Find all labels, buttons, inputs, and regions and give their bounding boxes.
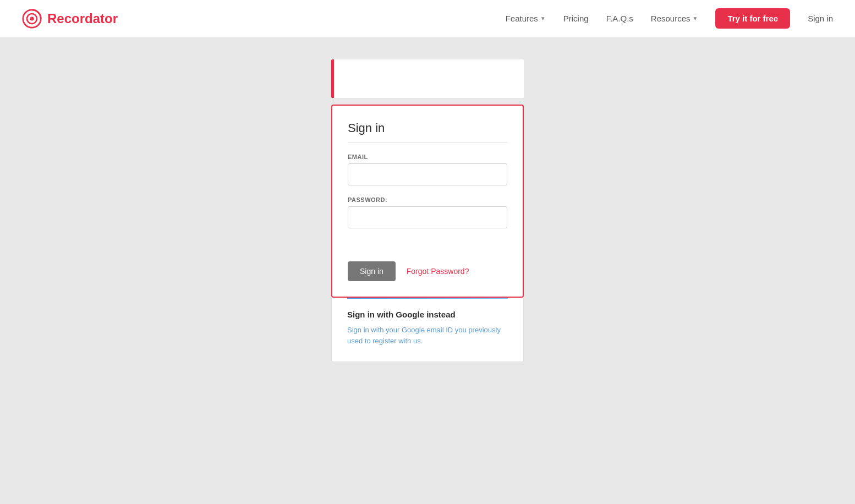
nav-features[interactable]: Features ▼ bbox=[506, 14, 546, 23]
nav-links: Features ▼ Pricing F.A.Q.s Resources ▼ T… bbox=[506, 8, 833, 29]
brand-name: Recordator bbox=[47, 11, 118, 26]
google-section-card: Sign in with Google instead Sign in with… bbox=[331, 298, 524, 362]
signin-card: Sign in EMAIL PASSWORD: Sign in Forgot P… bbox=[331, 105, 524, 298]
form-actions: Sign in Forgot Password? bbox=[348, 261, 507, 281]
nav-resources[interactable]: Resources ▼ bbox=[651, 14, 698, 23]
brand-logo-icon bbox=[22, 9, 42, 29]
password-input[interactable] bbox=[348, 206, 507, 228]
password-form-group: PASSWORD: bbox=[348, 196, 507, 228]
divider-line bbox=[347, 298, 508, 299]
main-content: Sign in EMAIL PASSWORD: Sign in Forgot P… bbox=[0, 37, 855, 384]
navbar: Recordator Features ▼ Pricing F.A.Q.s Re… bbox=[0, 0, 855, 37]
signin-button[interactable]: Sign in bbox=[348, 261, 396, 281]
email-label: EMAIL bbox=[348, 154, 507, 160]
try-free-button[interactable]: Try it for free bbox=[715, 8, 790, 29]
top-banner-card bbox=[331, 59, 524, 98]
google-signin-title: Sign in with Google instead bbox=[347, 310, 508, 319]
resources-caret-icon: ▼ bbox=[693, 15, 698, 21]
nav-faqs[interactable]: F.A.Q.s bbox=[606, 14, 633, 23]
nav-signin-link[interactable]: Sign in bbox=[808, 14, 833, 23]
signin-title: Sign in bbox=[348, 121, 507, 143]
password-label: PASSWORD: bbox=[348, 196, 507, 203]
google-signin-description: Sign in with your Google email ID you pr… bbox=[347, 325, 508, 346]
email-form-group: EMAIL bbox=[348, 154, 507, 185]
nav-pricing[interactable]: Pricing bbox=[563, 14, 589, 23]
features-caret-icon: ▼ bbox=[540, 15, 546, 21]
forgot-password-link[interactable]: Forgot Password? bbox=[407, 267, 469, 276]
email-input[interactable] bbox=[348, 163, 507, 185]
brand-logo-link[interactable]: Recordator bbox=[22, 9, 118, 29]
svg-point-2 bbox=[30, 17, 34, 20]
